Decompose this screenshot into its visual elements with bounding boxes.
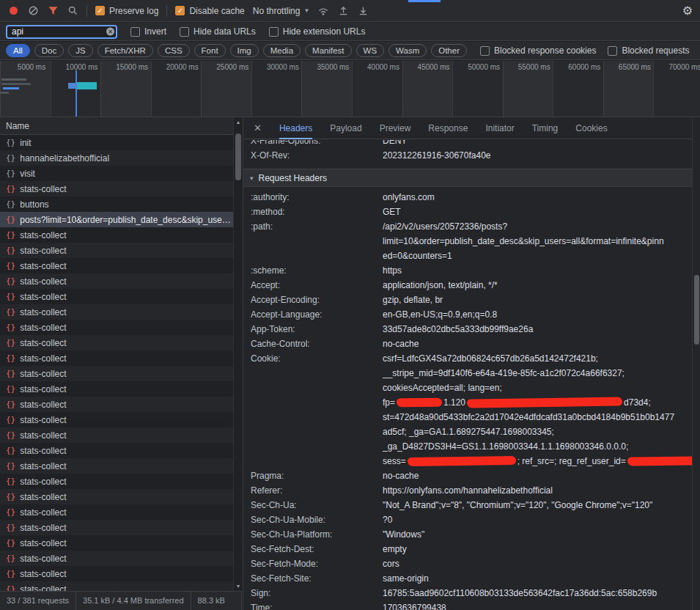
request-row[interactable]: {}posts?limit=10&order=publish_date_desc… [0, 212, 233, 227]
request-row[interactable]: {}stats-collect [0, 304, 233, 320]
tab-initiator[interactable]: Initiator [485, 117, 514, 139]
timeline-overview[interactable]: 5000 ms10000 ms15000 ms20000 ms25000 ms3… [0, 61, 700, 117]
request-name: stats-collect [20, 461, 66, 471]
settings-button[interactable]: ⚙ [682, 4, 693, 18]
request-list-scrollbar[interactable]: ▲ ▼ [233, 117, 242, 591]
type-filter-media[interactable]: Media [263, 44, 301, 57]
invert-checkbox[interactable]: Invert [130, 26, 166, 37]
request-row[interactable]: {}buttons [0, 196, 233, 212]
throttling-dropdown[interactable]: No throttling ▼ [253, 6, 310, 16]
type-filter-fetch-xhr[interactable]: Fetch/XHR [97, 44, 153, 57]
header-value: same-origin [383, 571, 692, 586]
record-button[interactable] [7, 5, 19, 17]
header-value-line: 202312261916-30670fa40e [383, 148, 692, 163]
request-row[interactable]: {}stats-collect [0, 520, 233, 535]
request-row[interactable]: {}stats-collect [0, 412, 233, 427]
request-name: stats-collect [20, 477, 66, 487]
type-filter-wasm[interactable]: Wasm [388, 44, 427, 57]
tab-timing[interactable]: Timing [532, 117, 559, 139]
type-filter-bar: AllDocJSFetch/XHRCSSFontImgMediaManifest… [0, 42, 700, 60]
request-row[interactable]: {}stats-collect [0, 474, 233, 489]
request-row[interactable]: {}init [0, 135, 233, 150]
request-name: buttons [20, 199, 48, 210]
request-row[interactable]: {}hannahelizabethofficial [0, 150, 233, 166]
network-summary-bar: 33 / 381 requests 35.1 kB / 4.4 MB trans… [0, 591, 242, 610]
request-name: stats-collect [20, 446, 66, 456]
header-row: Time:1703636799438 [243, 600, 692, 610]
export-har-button[interactable] [337, 5, 349, 17]
scrollbar-thumb[interactable] [694, 275, 699, 345]
request-row[interactable]: {}stats-collect [0, 243, 233, 258]
type-filter-img[interactable]: Img [230, 44, 259, 57]
requests-count: 33 / 381 requests [0, 592, 76, 610]
timeline-tick: 20000 ms [166, 63, 199, 71]
details-scrollbar[interactable] [692, 117, 700, 610]
request-row[interactable]: {}stats-collect [0, 427, 233, 443]
type-filter-other[interactable]: Other [431, 44, 467, 57]
request-row[interactable]: {}stats-collect [0, 258, 233, 273]
type-filter-all[interactable]: All [6, 44, 30, 57]
scroll-up-icon[interactable]: ▲ [234, 120, 243, 125]
type-filter-ws[interactable]: WS [356, 44, 385, 57]
header-name: Sign: [243, 586, 383, 600]
scrollbar-thumb[interactable] [235, 133, 241, 180]
name-column-header[interactable]: Name [0, 117, 233, 135]
checkbox-icon [608, 46, 617, 56]
request-row[interactable]: {}stats-collect [0, 551, 233, 566]
header-name: :authority: [243, 190, 383, 205]
filter-input[interactable] [6, 25, 117, 39]
search-button[interactable] [67, 5, 78, 17]
request-row[interactable]: {}stats-collect [0, 397, 233, 412]
clear-button[interactable] [27, 5, 39, 17]
request-row[interactable]: {}stats-collect [0, 366, 233, 381]
request-row[interactable]: {}stats-collect [0, 335, 233, 350]
request-row[interactable]: {}stats-collect [0, 458, 233, 474]
type-filter-font[interactable]: Font [194, 44, 226, 57]
type-filter-doc[interactable]: Doc [34, 44, 64, 57]
type-filter-manifest[interactable]: Manifest [305, 44, 351, 57]
filter-toggle-button[interactable] [47, 5, 59, 17]
request-row[interactable]: {}stats-collect [0, 581, 233, 591]
request-row[interactable]: {}stats-collect [0, 181, 233, 196]
waterfall-selected-marker [75, 70, 77, 117]
request-row[interactable]: {}stats-collect [0, 443, 233, 458]
request-row[interactable]: {}stats-collect [0, 381, 233, 397]
request-name: stats-collect [20, 384, 66, 394]
type-filter-css[interactable]: CSS [158, 44, 190, 57]
blocked-response-cookies-checkbox[interactable]: Blocked response cookies [480, 45, 596, 56]
request-row[interactable]: {}stats-collect [0, 227, 233, 243]
import-har-button[interactable] [357, 5, 369, 17]
disclosure-triangle-icon: ▾ [250, 174, 254, 182]
blocked-requests-checkbox[interactable]: Blocked requests [608, 45, 689, 56]
tab-payload[interactable]: Payload [330, 117, 361, 139]
header-value: https [383, 263, 692, 278]
section-header[interactable]: ▾Request Headers [243, 169, 692, 187]
request-row[interactable]: {}stats-collect [0, 504, 233, 520]
header-row: Accept-Language:en-GB,en-US;q=0.9,en;q=0… [243, 307, 692, 322]
request-row[interactable]: {}visit [0, 166, 233, 181]
hide-extension-urls-checkbox[interactable]: Hide extension URLs [269, 26, 366, 37]
header-value-line: empty [383, 542, 692, 556]
header-value: csrf=LdfcGX4Sa72db06824c657db26a5d142472… [383, 351, 692, 468]
type-filter-js[interactable]: JS [68, 44, 92, 57]
disable-cache-checkbox[interactable]: ✓ Disable cache [175, 6, 244, 16]
request-row[interactable]: {}stats-collect [0, 566, 233, 581]
close-icon[interactable]: ✕ [254, 122, 262, 133]
request-row[interactable]: {}stats-collect [0, 535, 233, 551]
request-row[interactable]: {}stats-collect [0, 320, 233, 335]
tab-preview[interactable]: Preview [380, 117, 411, 139]
tab-response[interactable]: Response [428, 117, 468, 139]
request-row[interactable]: {}stats-collect [0, 289, 233, 304]
hide-data-urls-checkbox[interactable]: Hide data URLs [180, 26, 256, 37]
scroll-down-icon[interactable]: ▼ [234, 584, 243, 589]
clear-filter-icon[interactable]: ✕ [106, 28, 114, 36]
preserve-log-label: Preserve log [109, 6, 158, 16]
tab-cookies[interactable]: Cookies [575, 117, 607, 139]
request-row[interactable]: {}stats-collect [0, 350, 233, 366]
request-row[interactable]: {}stats-collect [0, 273, 233, 289]
request-name: stats-collect [20, 184, 66, 194]
network-conditions-button[interactable] [317, 5, 329, 17]
tab-headers[interactable]: Headers [279, 117, 312, 139]
preserve-log-checkbox[interactable]: ✓ Preserve log [95, 6, 158, 16]
request-row[interactable]: {}stats-collect [0, 489, 233, 504]
